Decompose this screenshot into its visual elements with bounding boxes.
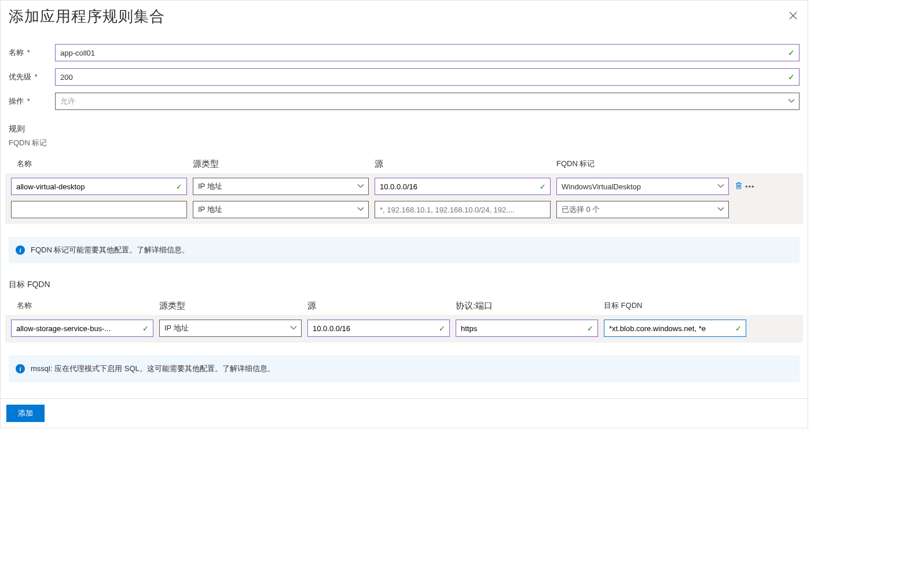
rule-proto-input[interactable]	[456, 320, 598, 337]
target-fqdn-section-label: 目标 FQDN	[9, 280, 800, 290]
priority-input[interactable]	[55, 68, 800, 86]
delete-row-button[interactable]	[735, 182, 743, 192]
fqdn-rule-row: ✓ IP 地址 ✓ WindowsVirtualDesktop •••	[9, 175, 800, 197]
col-header-name: 名称	[11, 300, 153, 311]
col-header-target-fqdn: 目标 FQDN	[604, 300, 746, 311]
col-header-src-type: 源类型	[159, 300, 302, 311]
name-label: 名称 *	[9, 47, 55, 58]
fqdn-rules-grid: ✓ IP 地址 ✓ WindowsVirtualDesktop •••	[5, 173, 803, 224]
rule-src-type-select[interactable]: IP 地址	[159, 320, 302, 337]
col-header-fqdn-tag: FQDN 标记	[556, 159, 729, 170]
panel-title: 添加应用程序规则集合	[9, 6, 165, 27]
action-label: 操作 *	[9, 96, 55, 107]
rule-src-input[interactable]	[307, 320, 450, 337]
rule-fqdn-tag-select[interactable]: WindowsVirtualDesktop	[556, 178, 729, 195]
fqdn-info-text: FQDN 标记可能需要其他配置。了解详细信息。	[31, 245, 189, 255]
col-header-src: 源	[375, 159, 551, 170]
rule-src-type-select[interactable]: IP 地址	[193, 201, 369, 218]
target-fqdn-rule-row: ✓ IP 地址 ✓ ✓ ✓	[9, 317, 800, 339]
info-icon: i	[16, 364, 25, 373]
target-fqdn-rules-grid: ✓ IP 地址 ✓ ✓ ✓	[5, 315, 803, 343]
add-rule-collection-panel: 添加应用程序规则集合 名称 * ✓ 优先级 * ✓ 操作 * 允许 规则 FQD…	[0, 0, 808, 428]
target-fqdn-info-text: mssql: 应在代理模式下启用 SQL。这可能需要其他配置。了解详细信息。	[31, 364, 275, 374]
name-input[interactable]	[55, 44, 800, 61]
more-actions-button[interactable]: •••	[745, 182, 755, 191]
add-button[interactable]: 添加	[6, 405, 45, 422]
rule-name-input[interactable]	[11, 320, 153, 337]
rules-section-label: 规则	[9, 124, 800, 134]
rule-src-input[interactable]	[375, 178, 551, 195]
action-select[interactable]: 允许	[55, 93, 800, 110]
rule-name-input[interactable]	[11, 178, 187, 195]
info-icon: i	[16, 245, 25, 255]
rule-fqdn-tag-select[interactable]: 已选择 0 个	[556, 201, 729, 218]
target-fqdn-info-box: i mssql: 应在代理模式下启用 SQL。这可能需要其他配置。了解详细信息。	[9, 355, 800, 382]
rule-src-type-select[interactable]: IP 地址	[193, 178, 369, 195]
col-header-name: 名称	[11, 159, 187, 170]
col-header-src-type: 源类型	[193, 159, 369, 170]
trash-icon	[735, 182, 743, 190]
rule-target-fqdn-input[interactable]	[604, 320, 746, 337]
rule-name-input[interactable]	[11, 201, 187, 218]
col-header-src: 源	[307, 300, 450, 311]
close-icon	[789, 12, 797, 20]
priority-label: 优先级 *	[9, 72, 55, 82]
fqdn-rule-row: IP 地址 已选择 0 个	[9, 199, 800, 221]
fqdn-tag-section-label: FQDN 标记	[9, 138, 800, 148]
rule-src-input[interactable]	[375, 201, 551, 218]
fqdn-info-box: i FQDN 标记可能需要其他配置。了解详细信息。	[9, 237, 800, 263]
col-header-proto: 协议:端口	[456, 300, 598, 311]
close-button[interactable]	[787, 8, 800, 25]
